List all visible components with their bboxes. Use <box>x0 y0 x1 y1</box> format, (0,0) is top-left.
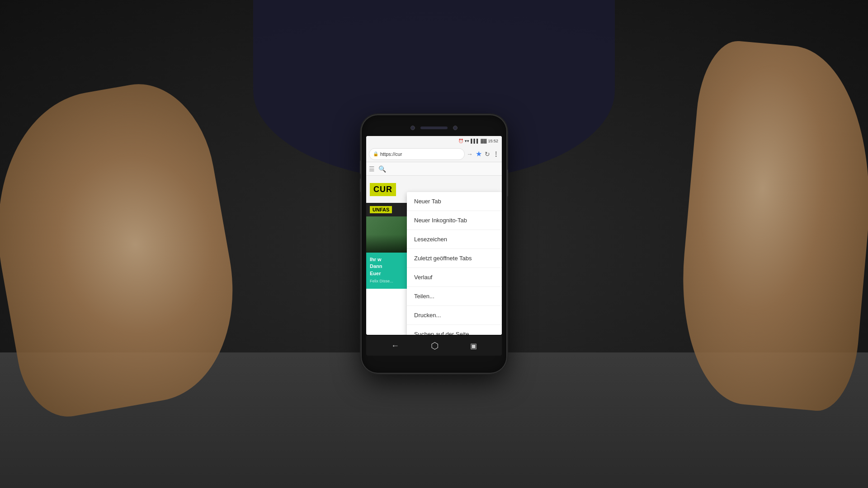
earpiece-speaker <box>420 127 448 129</box>
back-button[interactable]: ← <box>388 338 402 353</box>
menu-item-label-neuer-tab: Neuer Tab <box>414 198 441 205</box>
context-menu-dropdown: Neuer Tab Neuer Inkognito-Tab Lesezeiche… <box>407 192 502 335</box>
tab-menu-icon[interactable]: ☰ <box>369 165 375 173</box>
browser-tab-bar: ☰ 🔍 <box>366 162 502 176</box>
menu-item-zuletzt[interactable]: Zuletzt geöffnete Tabs <box>407 249 502 268</box>
reload-icon[interactable]: ↻ <box>485 150 490 158</box>
status-icons: ⏰ ▾▾ ▌▌▌ ▓▓ 15:52 <box>458 139 498 143</box>
tab-search-icon[interactable]: 🔍 <box>378 165 386 173</box>
bookmark-star-icon[interactable]: ★ <box>476 150 482 158</box>
status-bar: ⏰ ▾▾ ▌▌▌ ▓▓ 15:52 <box>366 136 502 146</box>
cur-label-text: CUR <box>370 183 396 196</box>
website-content: CUR UNFAS Ihr w Dann Euer F <box>366 176 502 335</box>
alarm-icon: ⏰ <box>458 139 463 143</box>
phone-screen: ⏰ ▾▾ ▌▌▌ ▓▓ 15:52 🔒 https://cur → ★ ↻ ⋮ <box>366 136 502 335</box>
sensor <box>453 126 458 130</box>
unfas-label-text: UNFAS <box>370 206 392 213</box>
recents-button[interactable]: ▣ <box>467 339 480 353</box>
phone-navigation-bar: ← ⬡ ▣ <box>366 336 502 356</box>
signal-icon: ▌▌▌ <box>471 139 479 143</box>
menu-item-neuer-tab[interactable]: Neuer Tab <box>407 192 502 211</box>
more-options-icon[interactable]: ⋮ <box>493 150 499 158</box>
menu-item-verlauf[interactable]: Verlauf <box>407 268 502 287</box>
home-button[interactable]: ⬡ <box>428 338 441 354</box>
menu-item-label-lesezeichen: Lesezeichen <box>414 236 447 243</box>
menu-item-label-drucken: Drucken... <box>414 312 441 319</box>
status-time: 15:52 <box>488 139 498 143</box>
ssl-lock-icon: 🔒 <box>373 151 378 156</box>
url-bar[interactable]: 🔒 https://cur <box>369 148 465 160</box>
power-button[interactable] <box>506 169 508 197</box>
menu-item-inkognito-tab[interactable]: Neuer Inkognito-Tab <box>407 211 502 230</box>
menu-item-lesezeichen[interactable]: Lesezeichen <box>407 230 502 249</box>
menu-item-label-verlauf: Verlauf <box>414 274 432 281</box>
menu-item-label-teilen: Teilen... <box>414 293 434 300</box>
menu-item-teilen[interactable]: Teilen... <box>407 287 502 306</box>
menu-item-drucken[interactable]: Drucken... <box>407 306 502 325</box>
wifi-icon: ▾▾ <box>465 139 469 143</box>
volume-up-button[interactable] <box>360 160 362 174</box>
phone-device: ⏰ ▾▾ ▌▌▌ ▓▓ 15:52 🔒 https://cur → ★ ↻ ⋮ <box>362 115 506 373</box>
phone-body: ⏰ ▾▾ ▌▌▌ ▓▓ 15:52 🔒 https://cur → ★ ↻ ⋮ <box>362 115 506 373</box>
browser-address-bar: 🔒 https://cur → ★ ↻ ⋮ <box>366 146 502 162</box>
battery-icon: ▓▓ <box>481 139 486 143</box>
volume-down-button[interactable] <box>360 178 362 192</box>
front-camera <box>410 126 415 130</box>
forward-icon[interactable]: → <box>467 150 473 158</box>
menu-item-suchen[interactable]: Suchen auf der Seite <box>407 325 502 335</box>
menu-item-label-inkognito-tab: Neuer Inkognito-Tab <box>414 217 467 224</box>
phone-top-bar <box>366 122 502 134</box>
url-text: https://cur <box>380 151 402 157</box>
browser-actions: → ★ ↻ ⋮ <box>467 150 499 158</box>
hand-right <box>672 38 868 414</box>
menu-item-label-zuletzt: Zuletzt geöffnete Tabs <box>414 255 472 262</box>
menu-item-label-suchen: Suchen auf der Seite <box>414 331 469 335</box>
